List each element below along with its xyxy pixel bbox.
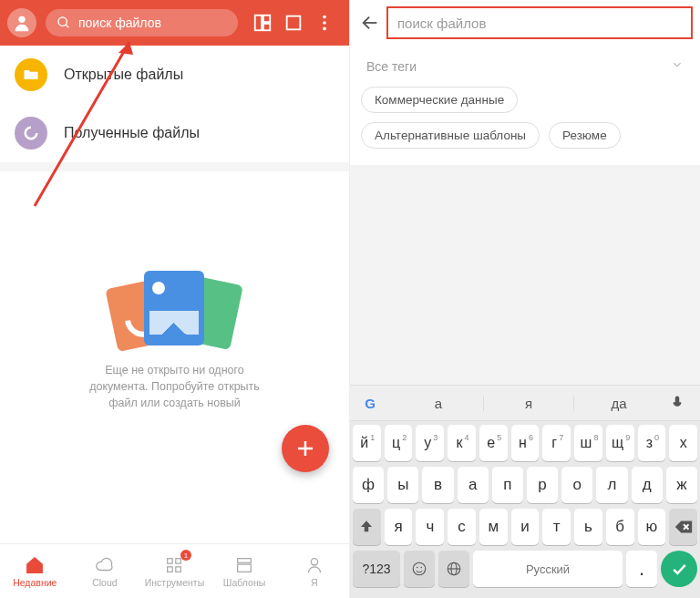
svg-rect-4 [263,15,270,22]
period-key[interactable]: . [626,551,657,587]
tag-chips: Коммерческие данные Альтернативные шабло… [350,79,700,165]
search-placeholder: поиск файлов [78,15,161,30]
search-input-highlighted[interactable]: поиск файлов [386,6,693,39]
key[interactable]: п [492,467,523,503]
chip[interactable]: Резюме [549,122,621,149]
suggestion[interactable]: я [483,396,573,411]
svg-rect-12 [168,558,173,563]
svg-rect-14 [168,566,173,572]
key[interactable]: б [606,509,634,545]
svg-point-9 [323,27,326,31]
shift-key[interactable] [353,509,381,545]
empty-text: Еще не открыто ни одного документа. Попр… [84,362,266,411]
key[interactable]: л [596,467,627,503]
svg-point-18 [311,558,317,564]
key[interactable]: ь [574,509,602,545]
key[interactable]: ч [416,509,444,545]
screen-right: поиск файлов Все теги Коммерческие данны… [350,0,700,598]
list-item-label: Открытые файлы [64,67,183,83]
key[interactable]: о [561,467,592,503]
nav-templates[interactable]: Шаблоны [210,544,280,598]
key[interactable]: к4 [448,425,476,461]
key[interactable]: й1 [353,425,381,461]
emoji-key[interactable] [404,551,435,587]
google-icon[interactable]: G [359,392,381,414]
nav-cloud[interactable]: Cloud [70,544,140,598]
chip[interactable]: Альтернативные шаблоны [361,122,540,149]
numeric-key[interactable]: ?123 [353,551,400,587]
all-tags-toggle[interactable]: Все теги [350,46,700,79]
key[interactable]: с [448,509,476,545]
key[interactable]: р [527,467,558,503]
list-item-received-files[interactable]: Полученные файлы [0,104,349,162]
keyboard: й1ц2у3к4е5н6г7ш8щ9з0х фывапролдж ячсмить… [350,421,700,598]
layout-grid-icon[interactable] [247,13,278,33]
radar-icon [15,117,47,150]
svg-point-7 [323,15,326,19]
enter-key[interactable] [661,551,697,587]
key[interactable]: ш8 [574,425,602,461]
separator [0,162,349,171]
key[interactable]: в [422,467,453,503]
svg-rect-15 [176,566,181,572]
chevron-down-icon [671,58,684,74]
nav-me[interactable]: Я [279,544,349,598]
backspace-key[interactable] [669,509,697,545]
screen-left: поиск файлов Открытые файлы Полученные ф… [0,0,350,598]
mic-icon[interactable] [664,395,691,411]
list-item-open-files[interactable]: Открытые файлы [0,46,349,104]
key[interactable]: д [632,467,663,503]
suggestion[interactable]: а [394,396,483,411]
right-header: поиск файлов [350,0,700,46]
key[interactable]: ю [638,509,666,545]
svg-point-1 [58,17,67,26]
key[interactable]: а [458,467,489,503]
empty-state: Еще не открыто ни одного документа. Попр… [0,171,349,543]
key[interactable]: т [542,509,571,545]
key[interactable]: н6 [511,425,540,461]
key[interactable]: и [511,509,540,545]
svg-rect-6 [287,16,301,30]
list-item-label: Полученные файлы [64,125,200,141]
key[interactable]: г7 [542,425,571,461]
svg-point-26 [421,567,423,569]
profile-avatar[interactable] [7,8,36,37]
spacebar[interactable]: Русский [473,551,623,587]
scan-icon[interactable] [278,13,309,33]
key[interactable]: х [669,425,697,461]
nav-tools[interactable]: Инструменты 1 [139,544,210,598]
key[interactable]: я [385,509,413,545]
key[interactable]: щ9 [606,425,634,461]
language-key[interactable] [438,551,469,587]
key[interactable]: е5 [479,425,508,461]
back-button[interactable] [357,13,383,33]
svg-point-25 [417,567,418,569]
quick-access-list: Открытые файлы Полученные файлы [0,46,349,162]
nav-recent[interactable]: Недавние [0,544,70,598]
key[interactable]: ц2 [385,425,413,461]
search-icon [57,15,71,30]
svg-line-2 [66,25,68,27]
fab-new-document[interactable] [282,425,329,472]
svg-rect-3 [255,15,262,31]
key[interactable]: ы [387,467,418,503]
chip[interactable]: Коммерческие данные [361,87,518,113]
key[interactable]: ф [353,467,384,503]
tools-badge: 1 [180,550,191,561]
key[interactable]: у3 [416,425,444,461]
left-header: поиск файлов [0,0,349,46]
key[interactable]: з0 [638,425,666,461]
empty-area [350,165,700,385]
search-bar[interactable]: поиск файлов [46,9,238,36]
search-placeholder: поиск файлов [397,15,486,31]
svg-rect-5 [263,24,270,30]
bottom-nav: Недавние Cloud Инструменты 1 Шаблоны Я [0,543,349,598]
suggestion[interactable]: да [573,396,664,411]
more-icon[interactable] [309,13,340,33]
key[interactable]: ж [666,467,697,503]
folder-icon [15,58,47,91]
svg-point-8 [323,21,326,25]
svg-point-24 [413,562,426,575]
key[interactable]: м [479,509,508,545]
svg-rect-17 [238,564,252,572]
